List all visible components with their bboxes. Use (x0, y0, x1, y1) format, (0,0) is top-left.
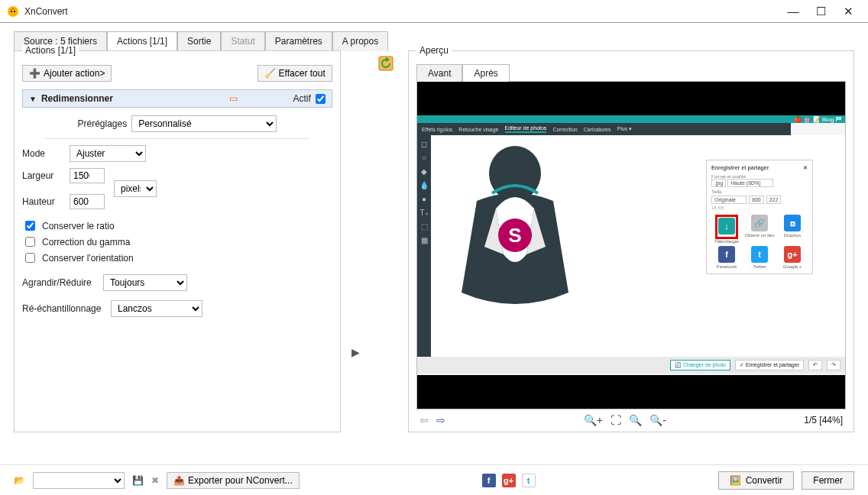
enlarge-label: Agrandir/Réduire (22, 277, 99, 288)
zoom-100-button[interactable]: 🔍 (629, 414, 642, 426)
width-input[interactable] (70, 168, 105, 183)
resample-label: Ré-échantillonnage (22, 303, 106, 314)
tab-actions[interactable]: Actions [1/1] (107, 31, 177, 51)
bottom-bar: 📂 💾 ✖ 📤 Exporter pour NConvert... f g+ t… (0, 464, 868, 495)
collapse-icon: ▼ (29, 95, 37, 103)
svg-point-2 (14, 10, 15, 11)
facebook-icon[interactable]: f (482, 474, 496, 487)
actions-panel: Actions [1/1] ➕ Ajouter action> 🧹 Efface… (14, 50, 341, 432)
plus-icon: ➕ (29, 68, 40, 79)
height-label: Hauteur (22, 196, 65, 207)
googleplus-icon[interactable]: g+ (502, 474, 516, 487)
twitter-icon[interactable]: t (522, 474, 536, 487)
presets-select[interactable]: Personnalisé (131, 115, 277, 132)
maximize-button[interactable]: ☐ (807, 2, 834, 21)
window-title: XnConvert (24, 6, 779, 17)
tab-status[interactable]: Statut (221, 31, 264, 51)
clear-all-button[interactable]: 🧹 Effacer tout (257, 65, 332, 82)
action-item-name: Redimensionner (41, 93, 225, 104)
gamma-checkbox[interactable] (25, 237, 35, 247)
gamma-label: Correction du gamma (42, 237, 130, 247)
unit-select[interactable]: pixels (114, 180, 157, 197)
editor-sidebar: ◻○◆💧●T₊⬚▦ (417, 135, 431, 357)
export-nconvert-button[interactable]: 📤 Exporter pour NConvert... (167, 472, 300, 489)
preview-refresh-icon[interactable] (371, 50, 400, 455)
separator (45, 138, 309, 139)
convert-icon: 🖼️ (730, 475, 741, 486)
tab-about[interactable]: A propos (332, 31, 388, 51)
next-button[interactable]: ⇨ (436, 414, 445, 426)
orientation-checkbox[interactable] (25, 253, 35, 263)
minimize-button[interactable]: — (779, 2, 807, 21)
active-label: Actif (293, 93, 310, 104)
mode-label: Mode (22, 148, 65, 159)
convert-button[interactable]: 🖼️ Convertir (718, 471, 795, 490)
tab-params[interactable]: Paramètres (265, 31, 332, 51)
add-action-button[interactable]: ➕ Ajouter action> (22, 65, 112, 82)
zoom-out-button[interactable]: 🔍- (649, 414, 666, 426)
remove-action-icon[interactable]: ▭ (229, 93, 238, 104)
height-input[interactable] (70, 194, 105, 209)
preview-panel: Aperçu Avant Après 🍎 🤖 📝 Blog ⛿ Effets r… (408, 50, 854, 432)
actions-panel-title: Actions [1/1] (22, 45, 79, 56)
svg-point-1 (11, 10, 12, 11)
clear-icon: 🧹 (264, 68, 276, 79)
preview-title: Aperçu (416, 45, 452, 56)
delete-preset-icon[interactable]: ✖ (151, 475, 159, 486)
svg-point-4 (489, 146, 541, 201)
preset-select[interactable] (33, 472, 125, 489)
expand-arrow-icon[interactable]: ▶ (348, 50, 363, 455)
svg-point-0 (8, 6, 18, 17)
export-icon: 📤 (173, 475, 185, 486)
titlebar: XnConvert — ☐ ✕ (0, 0, 868, 23)
zoom-in-button[interactable]: 🔍+ (584, 414, 603, 426)
preview-image: 🍎 🤖 📝 Blog ⛿ Effets rigolos Retouche vis… (417, 115, 845, 375)
orientation-label: Conserver l'orientation (42, 253, 134, 264)
presets-label: Préréglages (78, 118, 128, 129)
app-icon (6, 5, 20, 18)
preview-status: 1/5 [44%] (804, 415, 843, 425)
editor-menubar: Effets rigolos Retouche visage Editeur d… (417, 123, 791, 135)
close-window-button[interactable]: ✕ (834, 2, 862, 21)
mode-select[interactable]: Ajuster (70, 145, 146, 162)
action-item-header[interactable]: ▼ Redimensionner ▭ Actif (22, 89, 332, 108)
svg-text:S: S (508, 224, 521, 247)
resample-select[interactable]: Lanczos (111, 300, 202, 317)
keep-ratio-label: Conserver le ratio (42, 221, 115, 231)
width-label: Largeur (22, 170, 65, 181)
window-buttons: — ☐ ✕ (779, 2, 862, 21)
popup-close-icon: ✕ (803, 165, 808, 171)
social-links: f g+ t (482, 474, 536, 487)
enlarge-select[interactable]: Toujours (103, 274, 187, 291)
prev-button[interactable]: ⇦ (419, 414, 429, 426)
active-checkbox[interactable] (316, 94, 326, 104)
save-preset-icon[interactable]: 💾 (132, 475, 144, 486)
open-folder-icon[interactable]: 📂 (14, 475, 25, 486)
tab-before[interactable]: Avant (416, 64, 462, 82)
save-share-popup: Enregistrer et partager✕ Format et quali… (706, 160, 813, 274)
preview-area: 🍎 🤖 📝 Blog ⛿ Effets rigolos Retouche vis… (416, 81, 846, 409)
tab-output[interactable]: Sortie (177, 31, 221, 51)
zoom-fit-button[interactable]: ⛶ (611, 414, 621, 426)
keep-ratio-checkbox[interactable] (25, 221, 35, 231)
tab-after[interactable]: Après (462, 64, 509, 82)
close-button[interactable]: Fermer (802, 471, 854, 490)
